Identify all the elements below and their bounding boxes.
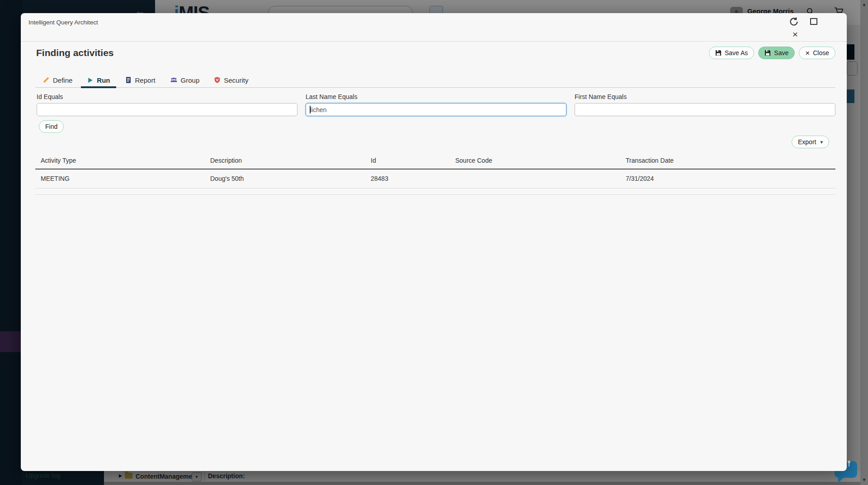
cell-id: 28483 [365, 169, 450, 188]
tab-report-label: Report [135, 76, 156, 84]
dialog-title-bar[interactable]: Intelligent Query Architect × [21, 13, 847, 42]
save-as-button[interactable]: Save As [709, 47, 754, 59]
save-icon [764, 50, 771, 56]
tab-bar: Define Run Report Group Security [35, 72, 835, 88]
query-filter-form: Id Equals Last Name Equals First Name Eq… [37, 93, 835, 116]
first-name-equals-input[interactable] [575, 103, 835, 116]
close-x-icon: × [805, 49, 810, 57]
col-transaction-date[interactable]: Transaction Date [620, 153, 835, 169]
table-footer-spacer [35, 188, 835, 195]
play-icon [87, 77, 94, 84]
tab-group[interactable]: Group [164, 72, 206, 88]
tab-run[interactable]: Run [81, 72, 116, 88]
id-equals-input[interactable] [37, 103, 297, 116]
save-icon [715, 50, 722, 56]
col-id[interactable]: Id [365, 153, 450, 169]
shield-icon [214, 76, 221, 84]
first-name-equals-label: First Name Equals [575, 93, 835, 100]
tab-group-label: Group [181, 76, 200, 84]
table-header-row: Activity Type Description Id Source Code… [35, 153, 835, 169]
col-source-code[interactable]: Source Code [450, 153, 620, 169]
field-id-equals: Id Equals [37, 93, 297, 116]
export-button[interactable]: Export ▾ [792, 136, 829, 148]
tab-run-label: Run [97, 76, 110, 84]
last-name-equals-input[interactable] [306, 103, 566, 116]
tab-define-label: Define [53, 76, 72, 84]
col-activity-type[interactable]: Activity Type [35, 153, 205, 169]
text-cursor [310, 106, 311, 113]
save-label: Save [774, 49, 788, 57]
caret-down-icon: ▾ [820, 139, 823, 145]
save-as-label: Save As [725, 49, 748, 57]
tab-report[interactable]: Report [119, 72, 161, 88]
maximize-icon[interactable] [810, 18, 817, 25]
close-label: Close [813, 49, 829, 57]
table-row[interactable]: MEETING Doug's 50th 28483 7/31/2024 [35, 169, 835, 188]
export-label: Export [798, 138, 816, 146]
pencil-icon [42, 76, 50, 84]
last-name-equals-label: Last Name Equals [306, 93, 566, 100]
close-button[interactable]: × Close [799, 47, 835, 59]
tab-define[interactable]: Define [37, 72, 78, 88]
group-icon [170, 76, 178, 84]
query-architect-dialog: Intelligent Query Architect × Finding ac… [21, 13, 847, 471]
find-button[interactable]: Find [39, 120, 64, 133]
field-first-name-equals: First Name Equals [575, 93, 835, 116]
dialog-title: Intelligent Query Architect [28, 19, 98, 26]
cell-source-code [450, 169, 620, 188]
cell-description: Doug's 50th [205, 169, 365, 188]
tab-security[interactable]: Security [208, 72, 254, 88]
results-table: Activity Type Description Id Source Code… [35, 153, 835, 195]
cell-activity-type: MEETING [35, 169, 205, 188]
id-equals-label: Id Equals [37, 93, 297, 100]
field-last-name-equals: Last Name Equals [306, 93, 566, 116]
report-icon [125, 76, 132, 84]
dialog-actions: Save As Save × Close [709, 47, 835, 59]
cell-transaction-date: 7/31/2024 [620, 169, 835, 188]
refresh-icon[interactable] [788, 16, 799, 27]
col-description[interactable]: Description [205, 153, 365, 169]
page-title: Finding activities [36, 47, 114, 58]
save-button[interactable]: Save [758, 47, 795, 59]
tab-security-label: Security [224, 76, 248, 84]
find-label: Find [45, 123, 57, 130]
chatbot-antenna [849, 463, 849, 466]
dialog-close-icon[interactable]: × [790, 29, 800, 39]
